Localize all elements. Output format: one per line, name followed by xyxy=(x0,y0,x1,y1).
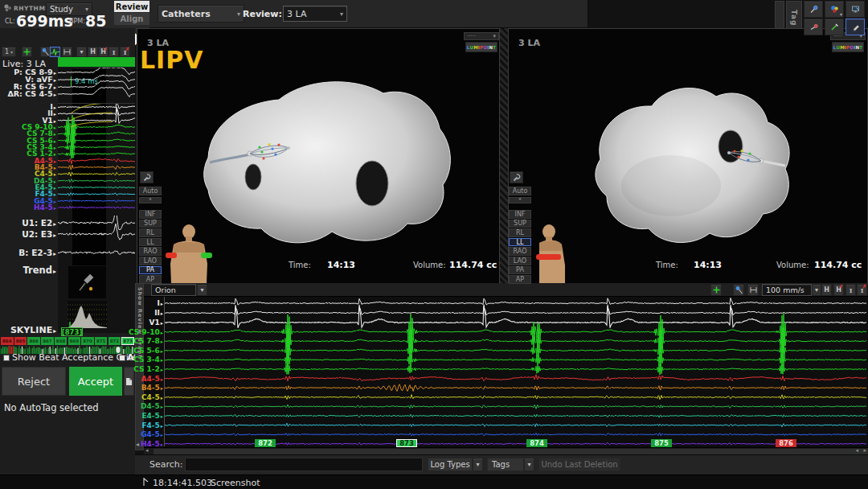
vertical-caliper-button[interactable]: I xyxy=(108,47,119,57)
accept-button[interactable]: Accept xyxy=(69,367,122,396)
signal-label-v1[interactable]: V1▸ xyxy=(149,319,163,327)
signal-label-f4-5[interactable]: F4-5▸ xyxy=(141,421,163,429)
toolbar-dropdown-button[interactable]: ▾ xyxy=(76,47,87,57)
beat-block-868[interactable]: 868 xyxy=(55,337,68,345)
map-3d-canvas[interactable] xyxy=(551,61,824,258)
criteria-checkbox[interactable] xyxy=(3,355,10,361)
signal-label-cs-1-2[interactable]: CS 1-2▸ xyxy=(133,366,163,373)
signal-label-a4-5[interactable]: A4-5▸ xyxy=(141,375,163,382)
signal-label-h4-5[interactable]: H4-5▸ xyxy=(141,440,163,447)
signal-label-e4-5[interactable]: E4-5▸ xyxy=(141,413,163,420)
beat-marker-872[interactable]: 872 xyxy=(255,439,276,448)
color-palette-button[interactable]: ▾ xyxy=(825,1,844,18)
remove-horizontal-caliper-button[interactable]: H✗ xyxy=(98,47,108,57)
view-auto-button[interactable]: Auto xyxy=(509,187,531,195)
orientation-lao-button[interactable]: LAO xyxy=(509,257,531,265)
caliper-tool-button[interactable] xyxy=(62,47,72,57)
signal-label-u2-e3[interactable]: U2: E3▸ xyxy=(22,230,56,239)
vertical-caliper-button[interactable]: I xyxy=(845,284,856,296)
beat-note-button[interactable] xyxy=(124,367,134,396)
scroll-left-icon[interactable]: ◂ xyxy=(145,447,149,454)
caliper-tool-button[interactable] xyxy=(747,284,759,296)
orientation-rao-button[interactable]: RAO xyxy=(139,247,162,256)
log-types-button[interactable]: Log Types xyxy=(428,458,473,471)
add-caliper-button[interactable] xyxy=(710,284,722,296)
signal-source-dropdown[interactable]: Orion xyxy=(151,284,196,296)
view-collapse-bar[interactable]: ·····▾ xyxy=(464,32,499,40)
beat-block-867[interactable]: 867 xyxy=(41,337,54,345)
beat-tick-strip[interactable] xyxy=(0,346,135,354)
beat-block-869[interactable]: 869 xyxy=(68,337,81,345)
signal-label-d4-5[interactable]: D4-5▸ xyxy=(141,403,163,410)
remove-horizontal-caliper-button[interactable]: H✗ xyxy=(833,284,844,296)
review-graph-canvas[interactable] xyxy=(165,297,866,446)
tags-chevron[interactable]: ▾ xyxy=(524,458,534,471)
beat-block-864[interactable]: 864 xyxy=(1,337,14,345)
signal-label-cs-7-8[interactable]: CS 7-8▸ xyxy=(133,338,163,345)
signal-label-cs-5-6[interactable]: CS 5-6▸ xyxy=(133,347,163,354)
beat-block-870[interactable]: 870 xyxy=(81,337,94,345)
probe-tool-button[interactable] xyxy=(804,1,823,18)
signal-label-b4-5[interactable]: B4-5▸ xyxy=(141,384,163,392)
timeline-scrollbar[interactable]: ◂ ◂ ▸ xyxy=(144,447,868,454)
horizontal-caliper-button[interactable]: H xyxy=(821,284,832,296)
orientation-lao-button[interactable]: LAO xyxy=(139,257,162,265)
log-types-chevron[interactable]: ▾ xyxy=(473,458,483,471)
scroll-right-icon[interactable]: ▸ xyxy=(863,447,866,454)
orientation-inf-button[interactable]: INF xyxy=(139,210,162,219)
orientation-pa-button[interactable]: PA xyxy=(139,266,162,275)
orientation-ll-button[interactable]: LL xyxy=(139,238,162,247)
orientation-ll-button[interactable]: LL xyxy=(509,238,531,247)
signal-label-c4-5[interactable]: C4-5▸ xyxy=(141,393,163,401)
map-3d-canvas[interactable] xyxy=(186,63,459,252)
orientation-rl-button[interactable]: RL xyxy=(509,228,531,237)
align-tab-button[interactable]: Align xyxy=(114,13,149,25)
remove-vertical-caliper-button[interactable]: I✗ xyxy=(857,284,867,296)
beat-block-865[interactable]: 865 xyxy=(14,337,27,345)
source-chevron-button[interactable]: ▾ xyxy=(197,284,207,296)
beat-block-866[interactable]: 866 xyxy=(27,337,40,345)
undo-last-deletion-button[interactable]: Undo Last Deletion xyxy=(538,458,620,471)
view-star-button[interactable]: * xyxy=(139,197,162,203)
annotate-tool-button[interactable] xyxy=(845,18,865,35)
signal-label-b-e2-3[interactable]: B: E2-3▸ xyxy=(18,249,56,257)
signal-label-ii[interactable]: II▸ xyxy=(154,310,163,317)
orientation-inf-button[interactable]: INF xyxy=(509,210,531,219)
beat-marker-874[interactable]: 874 xyxy=(526,439,547,448)
page-selector[interactable]: 1▾ xyxy=(2,47,16,57)
add-caliper-button[interactable] xyxy=(22,47,32,57)
sweep-speed-dropdown[interactable]: 100 mm/s xyxy=(762,284,812,296)
signal-label-cs-3-4[interactable]: CS 3-4▸ xyxy=(133,356,163,364)
orientation-ap-button[interactable]: AP xyxy=(139,275,162,284)
signal-label-cs-9-10[interactable]: CS 9-10▸ xyxy=(129,328,163,335)
signal-label--r-cs-4-5[interactable]: ΔR: CS 4-5▸ xyxy=(7,90,56,98)
beat-block-871[interactable]: 871 xyxy=(95,337,108,345)
tags-button[interactable]: Tags xyxy=(487,458,524,471)
all-checkbox[interactable] xyxy=(119,355,125,361)
orientation-sup-button[interactable]: SUP xyxy=(509,220,531,228)
beat-marker-876[interactable]: 876 xyxy=(776,439,796,448)
lumipoint-button[interactable]: LUMIPOINT xyxy=(465,42,497,52)
scrollbar-thumb[interactable] xyxy=(154,449,868,454)
search-input[interactable] xyxy=(185,458,423,471)
scroll-left-icon[interactable]: ◂ xyxy=(136,441,139,448)
beat-marker-875[interactable]: 875 xyxy=(651,439,672,448)
view-tools-button[interactable] xyxy=(510,171,523,183)
orientation-pa-button[interactable]: PA xyxy=(509,266,531,275)
signal-label-i[interactable]: I▸ xyxy=(157,300,163,307)
orientation-rao-button[interactable]: RAO xyxy=(509,247,531,256)
lumipoint-button[interactable]: LUMIPOINT xyxy=(832,42,864,52)
orientation-sup-button[interactable]: SUP xyxy=(139,220,162,228)
beat-block-873[interactable]: 873 xyxy=(121,337,134,345)
signal-label-g4-5[interactable]: G4-5▸ xyxy=(141,431,163,438)
review-map-dropdown[interactable]: 3 LA▾ xyxy=(283,6,347,22)
orientation-ap-button[interactable]: AP xyxy=(509,275,531,284)
reject-button[interactable]: Reject xyxy=(2,367,66,396)
view-splitter[interactable] xyxy=(500,28,508,284)
review-tab-button[interactable]: Review xyxy=(114,1,149,12)
edit-surface-button[interactable] xyxy=(825,18,844,35)
signal-label-trend[interactable]: Trend▸ xyxy=(23,266,56,276)
trend-box[interactable] xyxy=(68,266,106,298)
marker-tool-button[interactable] xyxy=(804,18,823,35)
display-settings-button[interactable] xyxy=(845,1,865,18)
